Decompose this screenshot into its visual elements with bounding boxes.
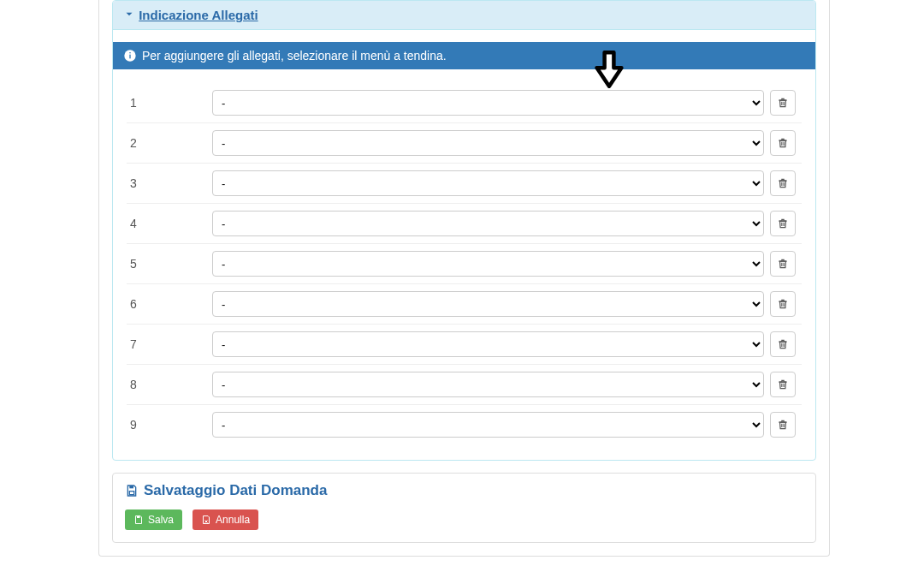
attachments-rows: 1-2-3-4-5-6-7-8-9- [113, 69, 815, 460]
delete-row-button[interactable] [770, 130, 796, 156]
row-number: 7 [127, 337, 212, 351]
attachments-info-text: Per aggiungere gli allegati, selezionare… [142, 49, 447, 63]
trash-icon [777, 258, 789, 270]
save-button[interactable]: Salva [125, 509, 182, 530]
delete-row-button[interactable] [770, 211, 796, 236]
svg-rect-1 [129, 55, 130, 59]
row-number: 9 [127, 418, 212, 432]
cancel-button-label: Annulla [216, 514, 250, 526]
row-number: 2 [127, 136, 212, 150]
floppy-icon [125, 484, 139, 498]
row-delete-wrap [764, 90, 802, 116]
row-select-wrap: - [212, 331, 764, 357]
main-panel: Indicazione Allegati Per aggiungere gli … [98, 0, 830, 557]
attachment-row: 2- [127, 123, 802, 164]
trash-icon [777, 378, 789, 390]
attachment-select[interactable]: - [212, 251, 764, 277]
attachments-info-bar: Per aggiungere gli allegati, selezionare… [113, 42, 815, 69]
delete-row-button[interactable] [770, 90, 796, 116]
floppy-remove-icon [201, 515, 211, 525]
attachments-panel: Indicazione Allegati Per aggiungere gli … [112, 0, 816, 461]
attachment-row: 1- [127, 83, 802, 123]
delete-row-button[interactable] [770, 412, 796, 438]
trash-icon [777, 419, 789, 431]
attachment-select[interactable]: - [212, 372, 764, 397]
attachment-row: 3- [127, 164, 802, 204]
cancel-button[interactable]: Annulla [192, 509, 258, 530]
trash-icon [777, 298, 789, 310]
row-number: 8 [127, 378, 212, 391]
row-delete-wrap [764, 211, 802, 236]
attachment-select[interactable]: - [212, 331, 764, 357]
row-delete-wrap [764, 372, 802, 397]
row-select-wrap: - [212, 130, 764, 156]
row-select-wrap: - [212, 412, 764, 438]
attachment-row: 6- [127, 284, 802, 325]
row-select-wrap: - [212, 251, 764, 277]
attachment-row: 4- [127, 204, 802, 244]
attachment-row: 9- [127, 405, 802, 444]
row-delete-wrap [764, 170, 802, 196]
svg-rect-2 [129, 52, 130, 53]
attachment-select[interactable]: - [212, 412, 764, 438]
svg-rect-4 [129, 492, 133, 495]
row-delete-wrap [764, 130, 802, 156]
row-number: 5 [127, 257, 212, 271]
svg-rect-3 [129, 486, 133, 488]
row-delete-wrap [764, 412, 802, 438]
floppy-icon [133, 515, 144, 525]
svg-rect-5 [137, 516, 140, 519]
row-number: 3 [127, 176, 212, 190]
save-panel-title: Salvataggio Dati Domanda [144, 482, 327, 499]
attachment-select[interactable]: - [212, 170, 764, 196]
attachment-select[interactable]: - [212, 90, 764, 116]
trash-icon [777, 217, 789, 229]
trash-icon [777, 137, 789, 149]
delete-row-button[interactable] [770, 251, 796, 277]
attachments-body: Per aggiungere gli allegati, selezionare… [113, 42, 815, 460]
row-select-wrap: - [212, 211, 764, 236]
row-delete-wrap [764, 331, 802, 357]
attachment-row: 5- [127, 244, 802, 284]
row-select-wrap: - [212, 372, 764, 397]
save-panel-buttons: Salva Annulla [113, 503, 815, 542]
attachments-heading: Indicazione Allegati [113, 1, 815, 30]
attachment-select[interactable]: - [212, 130, 764, 156]
row-select-wrap: - [212, 90, 764, 116]
attachment-select[interactable]: - [212, 291, 764, 317]
trash-icon [777, 97, 789, 109]
row-delete-wrap [764, 251, 802, 277]
attachment-select[interactable]: - [212, 211, 764, 236]
attachment-row: 7- [127, 325, 802, 365]
info-icon [123, 49, 137, 63]
arrow-down-icon [123, 8, 135, 20]
save-button-label: Salva [148, 514, 174, 526]
save-panel-heading: Salvataggio Dati Domanda [113, 474, 815, 503]
save-panel: Salvataggio Dati Domanda Salva Annulla [112, 473, 816, 543]
row-number: 6 [127, 297, 212, 311]
row-select-wrap: - [212, 291, 764, 317]
delete-row-button[interactable] [770, 372, 796, 397]
row-number: 1 [127, 96, 212, 110]
attachments-title-link[interactable]: Indicazione Allegati [139, 8, 258, 22]
attachment-row: 8- [127, 365, 802, 405]
delete-row-button[interactable] [770, 331, 796, 357]
row-number: 4 [127, 217, 212, 230]
trash-icon [777, 177, 789, 189]
trash-icon [777, 338, 789, 350]
delete-row-button[interactable] [770, 170, 796, 196]
row-delete-wrap [764, 291, 802, 317]
delete-row-button[interactable] [770, 291, 796, 317]
row-select-wrap: - [212, 170, 764, 196]
